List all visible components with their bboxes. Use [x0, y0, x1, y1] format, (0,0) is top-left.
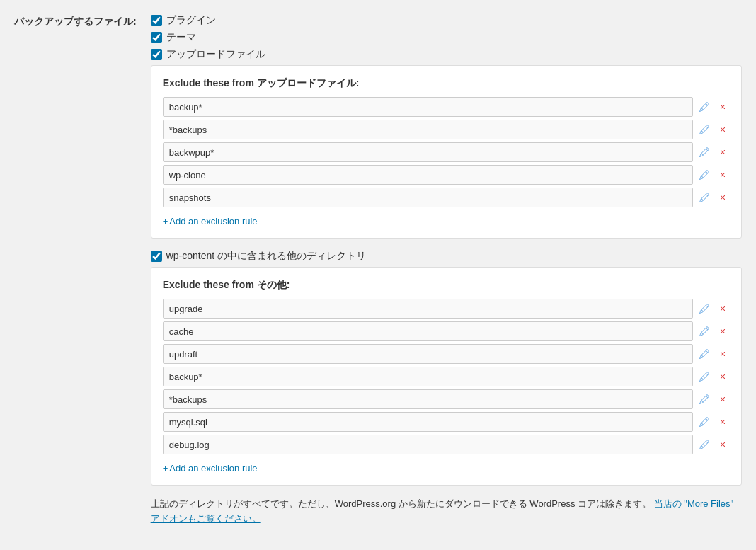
edit-icon-uploads-0[interactable] — [697, 100, 711, 114]
delete-icon-other-4[interactable] — [716, 392, 730, 406]
exclusion-input-other-4[interactable] — [163, 389, 693, 409]
edit-icon-other-6[interactable] — [697, 437, 711, 452]
add-exclusion-rule-uploads[interactable]: + Add an exclusion rule — [163, 216, 258, 227]
exclusion-row-other-0 — [163, 299, 730, 319]
delete-icon-other-0[interactable] — [716, 302, 730, 316]
exclusion-row-uploads-0 — [163, 97, 730, 117]
delete-icon-uploads-2[interactable] — [716, 145, 730, 159]
edit-icon-other-1[interactable] — [697, 324, 711, 338]
delete-icon-other-1[interactable] — [716, 324, 730, 338]
other-exclusion-box: Exclude these from その他: — [151, 267, 742, 486]
settings-content: プラグイン テーマ アップロードファイル Exclude these from … — [151, 14, 742, 527]
checkbox-uploads[interactable] — [151, 49, 162, 60]
other-exclusion-title: Exclude these from その他: — [163, 279, 730, 292]
exclusion-input-uploads-2[interactable] — [163, 142, 693, 162]
edit-icon-other-3[interactable] — [697, 369, 711, 384]
checkbox-theme-row: テーマ — [151, 31, 742, 44]
checkbox-other[interactable] — [151, 251, 162, 262]
edit-icon-uploads-4[interactable] — [697, 190, 711, 205]
edit-icon-uploads-1[interactable] — [697, 122, 711, 137]
exclusion-input-uploads-4[interactable] — [163, 188, 693, 207]
delete-icon-uploads-1[interactable] — [716, 122, 730, 137]
exclusion-row-uploads-2 — [163, 142, 730, 162]
exclusion-input-other-0[interactable] — [163, 299, 693, 319]
delete-icon-other-6[interactable] — [716, 437, 730, 452]
checkbox-other-row: wp-content の中に含まれる他のディレクトリ — [151, 250, 742, 263]
checkbox-theme[interactable] — [151, 32, 162, 43]
uploads-exclusion-box: Exclude these from アップロードファイル: — [151, 65, 742, 239]
exclusion-row-uploads-1 — [163, 120, 730, 139]
edit-icon-other-4[interactable] — [697, 392, 711, 406]
exclusion-row-other-5 — [163, 412, 730, 432]
checkbox-uploads-label[interactable]: アップロードファイル — [166, 48, 265, 61]
add-exclusion-rule-other[interactable]: + Add an exclusion rule — [163, 463, 258, 474]
exclusion-input-uploads-1[interactable] — [163, 120, 693, 139]
uploads-exclusion-title: Exclude these from アップロードファイル: — [163, 77, 730, 90]
delete-icon-other-2[interactable] — [716, 347, 730, 361]
edit-icon-other-0[interactable] — [697, 302, 711, 316]
checkbox-plugin[interactable] — [151, 15, 162, 26]
edit-icon-other-2[interactable] — [697, 347, 711, 361]
exclusion-input-other-2[interactable] — [163, 344, 693, 364]
checkbox-plugin-row: プラグイン — [151, 14, 742, 27]
footer-text: 上記のディレクトリがすべてです。ただし、WordPress.org から新たにダ… — [151, 497, 742, 527]
exclusion-row-other-2 — [163, 344, 730, 364]
checkbox-other-label[interactable]: wp-content の中に含まれる他のディレクトリ — [166, 250, 366, 263]
delete-icon-uploads-3[interactable] — [716, 168, 730, 182]
edit-icon-uploads-3[interactable] — [697, 168, 711, 182]
exclusion-input-uploads-0[interactable] — [163, 97, 693, 117]
backup-files-label: バックアップするファイル: — [14, 14, 137, 28]
delete-icon-uploads-0[interactable] — [716, 100, 730, 114]
edit-icon-uploads-2[interactable] — [697, 145, 711, 159]
settings-row: バックアップするファイル: プラグイン テーマ アップロードファイル Exclu… — [14, 14, 742, 527]
exclusion-row-other-4 — [163, 389, 730, 409]
exclusion-input-other-3[interactable] — [163, 367, 693, 386]
exclusion-input-other-1[interactable] — [163, 321, 693, 341]
exclusion-row-other-6 — [163, 435, 730, 454]
footer-main-text: 上記のディレクトリがすべてです。ただし、WordPress.org から新たにダ… — [151, 498, 651, 509]
exclusion-input-other-5[interactable] — [163, 412, 693, 432]
exclusion-row-uploads-4 — [163, 188, 730, 207]
delete-icon-other-3[interactable] — [716, 369, 730, 384]
delete-icon-uploads-4[interactable] — [716, 190, 730, 205]
edit-icon-other-5[interactable] — [697, 415, 711, 429]
exclusion-row-other-3 — [163, 367, 730, 386]
checkbox-theme-label[interactable]: テーマ — [166, 31, 196, 44]
checkbox-uploads-row: アップロードファイル — [151, 48, 742, 61]
delete-icon-other-5[interactable] — [716, 415, 730, 429]
exclusion-row-other-1 — [163, 321, 730, 341]
exclusion-input-uploads-3[interactable] — [163, 165, 693, 185]
exclusion-input-other-6[interactable] — [163, 435, 693, 454]
exclusion-row-uploads-3 — [163, 165, 730, 185]
checkbox-plugin-label[interactable]: プラグイン — [166, 14, 216, 27]
